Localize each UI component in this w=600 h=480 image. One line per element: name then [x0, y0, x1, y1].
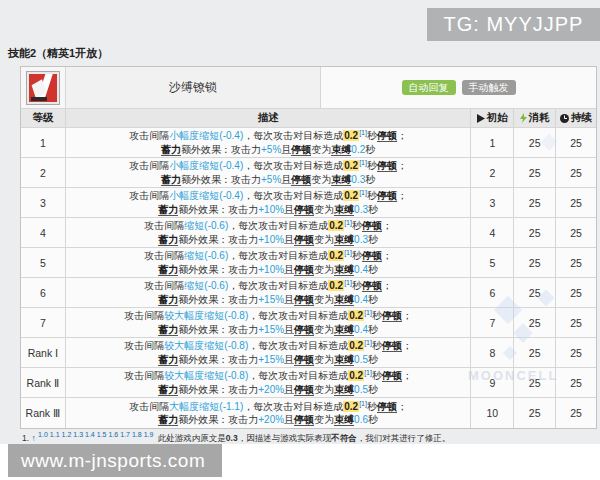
bind-keyword: 束缚 — [334, 414, 354, 426]
footnote-version-link[interactable]: 1.6 — [109, 431, 119, 438]
footnote-version-link[interactable]: 1.0 — [38, 431, 48, 438]
table-column-headers: 等级 描述 初始 消耗 持续 — [21, 109, 596, 128]
charge-keyword: 蓄力 — [158, 414, 178, 426]
description-line-1: 攻击间隔缩短(-0.6)，每次攻击对目标造成0.2[1]秒停顿； — [144, 219, 392, 233]
sp-cost-cell: 25 — [514, 368, 556, 397]
duration-cell: 25 — [556, 158, 596, 187]
tg-watermark-text: TG: MYYJJPP — [444, 13, 584, 36]
level-cell: Rank Ⅰ — [21, 338, 66, 367]
footnote-ref-sup[interactable]: [1] — [359, 129, 367, 136]
header-cost: 消耗 — [514, 109, 556, 127]
section-title: 技能2（精英1开放） — [8, 46, 108, 61]
description-cell: 攻击间隔较大幅度缩短(-0.8)，每次攻击对目标造成0.2[1]秒停顿； 蓄力额… — [66, 368, 472, 397]
hit-stun-value: 0.2 — [343, 130, 359, 141]
interval-value: 小幅度缩短(-0.4) — [169, 190, 243, 201]
sp-cost-cell: 25 — [514, 278, 556, 307]
skill-level-row: 2 攻击间隔小幅度缩短(-0.4)，每次攻击对目标造成0.2[1]秒停顿； 蓄力… — [21, 158, 596, 188]
skill-icon[interactable] — [26, 71, 60, 105]
footnote-ref-sup[interactable]: [1] — [344, 219, 352, 226]
stun-keyword: 停顿 — [294, 324, 314, 336]
footnote-version-link[interactable]: 1.9 — [144, 431, 154, 438]
description-line-2: 蓄力额外效果：攻击力+5%且停顿变为束缚0.2秒 — [161, 143, 375, 157]
atk-value: +5% — [261, 174, 281, 185]
duration-cell: 25 — [556, 308, 596, 337]
sp-cost-cell: 25 — [514, 398, 556, 428]
footnote-version-link[interactable]: 1.2 — [62, 431, 72, 438]
description-line-2: 蓄力额外效果：攻击力+5%且停顿变为束缚0.3秒 — [161, 173, 375, 187]
initial-sp-cell: 8 — [471, 338, 514, 367]
charge-keyword: 蓄力 — [158, 234, 178, 246]
stun-keyword: 停顿 — [362, 250, 382, 262]
initial-sp-cell: 2 — [471, 158, 514, 187]
footnote-ref-sup[interactable]: [1] — [364, 339, 372, 346]
sp-cost-cell: 25 — [514, 188, 556, 217]
skill-level-row: Rank Ⅲ 攻击间隔大幅度缩短(-1.1)，每次攻击对目标造成0.2[1]秒停… — [21, 398, 596, 428]
level-cell: 2 — [21, 158, 66, 187]
footnote-version-link[interactable]: 1.3 — [73, 431, 83, 438]
skill-level-row: 5 攻击间隔缩短(-0.6)，每次攻击对目标造成0.2[1]秒停顿； 蓄力额外效… — [21, 248, 596, 278]
skill-table-body: 1 攻击间隔小幅度缩短(-0.4)，每次攻击对目标造成0.2[1]秒停顿； 蓄力… — [21, 128, 596, 428]
charge-keyword: 蓄力 — [158, 204, 178, 216]
description-line-1: 攻击间隔缩短(-0.6)，每次攻击对目标造成0.2[1]秒停顿； — [144, 279, 392, 293]
header-duration-label: 持续 — [571, 111, 592, 125]
duration-cell: 25 — [556, 248, 596, 277]
clock-icon — [560, 114, 569, 123]
stun-keyword: 停顿 — [294, 354, 314, 366]
stun-keyword: 停顿 — [382, 310, 402, 322]
description-line-2: 蓄力额外效果：攻击力+15%且停顿变为束缚0.4秒 — [158, 293, 378, 307]
stun-keyword: 停顿 — [362, 220, 382, 232]
footnote-ref-sup[interactable]: [1] — [359, 399, 367, 406]
initial-sp-cell: 10 — [471, 398, 514, 428]
footnote-ref-sup[interactable]: [1] — [344, 249, 352, 256]
atk-value: +10% — [258, 234, 284, 245]
footnote-ref-sup[interactable]: [1] — [359, 159, 367, 166]
description-cell: 攻击间隔较大幅度缩短(-0.8)，每次攻击对目标造成0.2[1]秒停顿； 蓄力额… — [66, 308, 472, 337]
stun-keyword: 停顿 — [377, 160, 397, 172]
sp-cost-cell: 25 — [514, 248, 556, 277]
stun-keyword: 停顿 — [294, 264, 314, 276]
skill-name: 沙缚镣锁 — [66, 67, 321, 108]
bind-keyword: 束缚 — [334, 264, 354, 276]
charge-keyword: 蓄力 — [161, 174, 181, 186]
level-cell: 3 — [21, 188, 66, 217]
hit-stun-value: 0.2 — [343, 190, 359, 201]
bind-duration-value: 0.3 — [354, 234, 368, 245]
bind-duration-value: 0.3 — [354, 204, 368, 215]
hit-stun-value: 0.2 — [348, 310, 364, 321]
description-line-1: 攻击间隔小幅度缩短(-0.4)，每次攻击对目标造成0.2[1]秒停顿； — [129, 189, 407, 203]
footnote-version-link[interactable]: 1.5 — [97, 431, 107, 438]
trigger-type-badge: 手动触发 — [462, 80, 516, 95]
footnote-version-link[interactable]: 1.4 — [85, 431, 95, 438]
footnote-bold-value: 0.3 — [226, 433, 238, 443]
bind-duration-value: 0.5 — [354, 354, 368, 365]
skill-table: 沙缚镣锁 自动回复 手动触发 等级 描述 初始 消耗 持续 1 攻击间隔小幅度缩… — [20, 66, 597, 429]
level-cell: 1 — [21, 128, 66, 157]
atk-value: +15% — [258, 324, 284, 335]
skill-level-row: 6 攻击间隔缩短(-0.6)，每次攻击对目标造成0.2[1]秒停顿； 蓄力额外效… — [21, 278, 596, 308]
skill-icon-cell — [21, 67, 66, 108]
footnote-ref-sup[interactable]: [1] — [364, 369, 372, 376]
interval-value: 缩短(-0.6) — [184, 220, 228, 231]
footnote-ref-sup[interactable]: [1] — [344, 279, 352, 286]
charge-keyword: 蓄力 — [161, 144, 181, 156]
stun-keyword: 停顿 — [377, 401, 397, 413]
footnote-version-link[interactable]: 1.1 — [50, 431, 60, 438]
sp-cost-cell: 25 — [514, 128, 556, 157]
footnote-up-arrow[interactable]: ↑ — [31, 433, 35, 443]
level-cell: 6 — [21, 278, 66, 307]
stun-keyword: 停顿 — [377, 190, 397, 202]
footnote-ref-sup[interactable]: [1] — [359, 189, 367, 196]
footnote-ref-sup[interactable]: [1] — [364, 309, 372, 316]
stun-keyword: 停顿 — [294, 384, 314, 396]
header-cost-label: 消耗 — [529, 111, 550, 125]
bind-duration-value: 0.3 — [351, 174, 365, 185]
bind-keyword: 束缚 — [331, 174, 351, 186]
tg-watermark: TG: MYYJJPP — [427, 8, 600, 41]
bind-duration-value: 0.4 — [354, 294, 368, 305]
duration-cell: 25 — [556, 128, 596, 157]
initial-sp-cell: 5 — [471, 248, 514, 277]
footnote-version-link[interactable]: 1.8 — [132, 431, 142, 438]
footnote-version-link[interactable]: 1.7 — [120, 431, 130, 438]
interval-value: 大幅度缩短(-1.1) — [169, 401, 243, 412]
charge-keyword: 蓄力 — [158, 294, 178, 306]
